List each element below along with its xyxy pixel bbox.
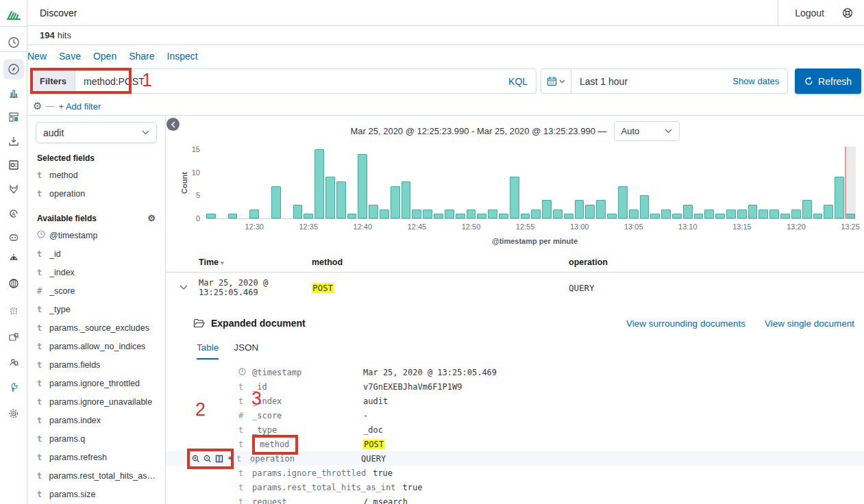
chart-bucket-12:53[interactable] <box>498 149 509 218</box>
rail-item-bar-chart[interactable] <box>0 84 27 104</box>
tab-table[interactable]: Table <box>197 342 219 360</box>
chart-bucket-12:37[interactable] <box>325 149 336 218</box>
histogram-bar[interactable] <box>813 214 823 218</box>
table-row[interactable]: Mar 25, 2020 @ 13:25:05.469 POST QUERY <box>166 273 864 303</box>
field-item-_type[interactable]: t_type <box>36 300 157 318</box>
histogram-bar[interactable] <box>445 210 454 218</box>
chart-bucket-13:23[interactable] <box>823 149 834 218</box>
search-query-bar[interactable]: Filters method:POST KQL <box>31 68 536 94</box>
histogram-bar[interactable] <box>802 200 812 218</box>
histogram-bar[interactable] <box>596 200 606 218</box>
chart-bucket-13:22[interactable] <box>813 149 824 218</box>
toolbar-link-share[interactable]: Share <box>129 51 154 62</box>
rail-item-user-search[interactable] <box>0 353 27 373</box>
histogram-bar[interactable] <box>769 210 779 218</box>
document-field-row-_score[interactable]: #_score - <box>166 408 864 423</box>
histogram-bar[interactable] <box>456 214 465 218</box>
field-item-params.size[interactable]: tparams.size <box>36 485 157 503</box>
chart-bucket-13:11[interactable] <box>693 149 704 218</box>
histogram-bar[interactable] <box>488 210 497 218</box>
chart-bucket-12:35[interactable] <box>303 149 314 218</box>
chart-bucket-12:45[interactable] <box>411 149 422 218</box>
chart-bucket-12:26[interactable] <box>206 149 217 218</box>
chart-bucket-13:03[interactable] <box>606 149 617 218</box>
histogram-bar[interactable] <box>607 214 617 218</box>
document-field-row-method[interactable]: tmethodPOST <box>166 437 864 451</box>
histogram-bar[interactable] <box>314 149 324 218</box>
histogram-bar[interactable] <box>510 177 519 218</box>
chart-bucket-12:43[interactable] <box>390 149 401 218</box>
chart-bucket-13:17[interactable] <box>758 149 769 218</box>
field-item-method[interactable]: tmethod <box>36 166 157 184</box>
histogram-bar[interactable] <box>780 214 790 218</box>
chart-bucket-12:40[interactable] <box>357 149 368 218</box>
column-header-time[interactable]: Time▾ <box>199 257 312 267</box>
chart-bucket-13:05[interactable] <box>628 149 639 218</box>
filter-for-value-icon[interactable] <box>192 454 200 464</box>
histogram-bar[interactable] <box>715 214 725 218</box>
document-field-row-_index[interactable]: t_indexaudit <box>166 394 864 408</box>
rail-item-download[interactable] <box>0 131 27 152</box>
chart-plot-area[interactable] <box>206 149 856 219</box>
logout-button[interactable]: Logout <box>778 0 842 25</box>
field-item-params.ignore_unavailable[interactable]: tparams.ignore_unavailable <box>36 392 157 411</box>
filter-out-value-icon[interactable] <box>203 454 212 464</box>
document-field-row-params.rest_total_hits_as_int[interactable]: tparams.rest_total_hits_as_inttrue <box>166 480 864 494</box>
chart-bucket-12:29[interactable] <box>238 149 249 218</box>
rail-item-pen-search[interactable] <box>0 327 27 348</box>
filters-button[interactable]: Filters <box>32 69 75 93</box>
chart-bucket-12:59[interactable] <box>563 149 574 218</box>
chart-bucket-12:50[interactable] <box>466 149 477 218</box>
chart-bucket-13:01[interactable] <box>584 149 595 218</box>
chart-bucket-13:12[interactable] <box>704 149 715 218</box>
histogram-bar[interactable] <box>467 210 476 218</box>
histogram-bar[interactable] <box>650 214 660 218</box>
show-dates-button[interactable]: Show dates <box>732 76 779 86</box>
field-item-params.index[interactable]: tparams.index <box>36 411 157 429</box>
chart-bucket-12:34[interactable] <box>293 149 304 218</box>
chart-bucket-12:39[interactable] <box>347 149 358 218</box>
rail-item-clock[interactable] <box>0 33 27 53</box>
rail-item-wolf[interactable] <box>0 179 27 200</box>
field-item-_index[interactable]: t_index <box>36 263 157 281</box>
field-item-params.fields[interactable]: tparams.fields <box>36 355 157 374</box>
histogram-bar[interactable] <box>402 181 411 218</box>
rail-item-board-gear[interactable] <box>0 155 27 176</box>
chart-bucket-12:51[interactable] <box>476 149 487 218</box>
chart-bucket-12:58[interactable] <box>552 149 563 218</box>
chart-bucket-12:27[interactable] <box>217 149 227 218</box>
histogram-bar[interactable] <box>585 205 595 218</box>
histogram-bar[interactable] <box>726 210 736 218</box>
chart-bucket-13:20[interactable] <box>791 149 802 218</box>
histogram-bar[interactable] <box>553 210 563 218</box>
toolbar-link-save[interactable]: Save <box>59 51 81 62</box>
field-item-_id[interactable]: t_id <box>36 244 157 263</box>
histogram-bar[interactable] <box>672 214 682 218</box>
chart-bucket-13:02[interactable] <box>595 149 606 218</box>
field-item-params._source_excludes[interactable]: tparams._source_excludes <box>36 318 157 337</box>
time-range-value[interactable]: Last 1 hour <box>580 76 628 87</box>
view-surrounding-documents-link[interactable]: View surrounding documents <box>626 318 745 329</box>
rail-item-wrench[interactable] <box>0 378 27 399</box>
histogram-bar[interactable] <box>499 214 508 218</box>
query-input-value[interactable]: method:POST <box>75 76 508 87</box>
histogram-bar[interactable] <box>293 205 303 218</box>
toolbar-link-open[interactable]: Open <box>93 51 116 62</box>
chart-bucket-12:52[interactable] <box>487 149 498 218</box>
filter-settings-gear-icon[interactable]: ⚙ <box>33 100 42 112</box>
app-logo[interactable] <box>0 4 27 25</box>
histogram-bar[interactable] <box>791 210 801 218</box>
chart-bucket-12:30[interactable] <box>249 149 260 218</box>
histogram-bar[interactable] <box>477 214 486 218</box>
collapse-sidebar-button[interactable] <box>166 118 180 131</box>
chart-bucket-12:31[interactable] <box>260 149 271 218</box>
refresh-button[interactable]: Refresh <box>795 68 861 94</box>
histogram-bar[interactable] <box>683 205 693 218</box>
date-picker-button[interactable] <box>541 68 571 94</box>
chart-bucket-12:36[interactable] <box>314 149 325 218</box>
histogram-bar[interactable] <box>737 210 747 218</box>
histogram-bar[interactable] <box>704 210 714 218</box>
histogram-bar[interactable] <box>412 210 421 218</box>
field-item-params.ignore_throttled[interactable]: tparams.ignore_throttled <box>36 374 157 392</box>
document-field-row-@timestamp[interactable]: @timestampMar 25, 2020 @ 13:25:05.469 <box>166 365 864 379</box>
